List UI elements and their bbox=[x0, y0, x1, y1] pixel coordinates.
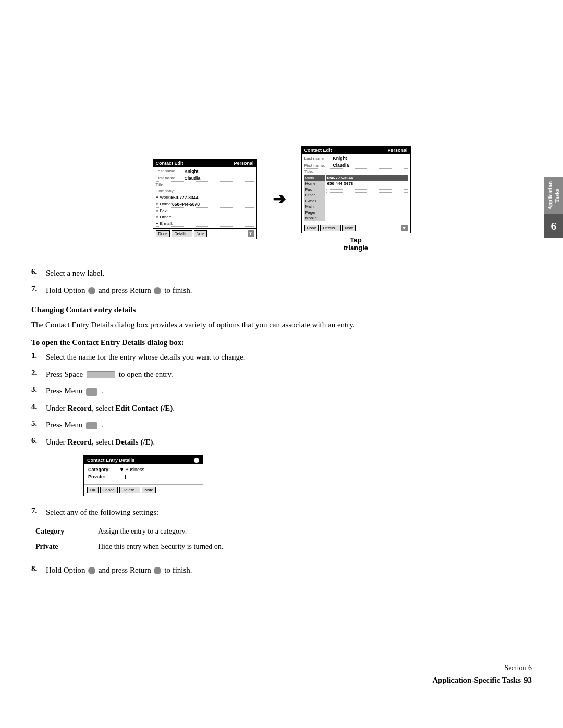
step-8-number: 8. bbox=[31, 564, 41, 576]
tap-label: Tap triangle bbox=[344, 236, 368, 252]
right-first-name-row: First name: Claudia bbox=[304, 162, 408, 169]
step-7-bottom-number: 7. bbox=[31, 507, 41, 519]
scroll-button-left[interactable]: ▼ bbox=[248, 230, 254, 237]
contact-edit-left-body: Last name Knight First name: Claudia Tit… bbox=[153, 167, 256, 228]
category-label: Category: bbox=[88, 467, 119, 472]
last-name-label: Last name bbox=[156, 169, 185, 174]
details-button-right[interactable]: Details... bbox=[320, 225, 340, 231]
contact-edit-right-header: Contact Edit Personal bbox=[302, 146, 410, 154]
step-1: 1. Select the name for the entry whose d… bbox=[31, 351, 532, 363]
footer-section-label: Section 6 bbox=[505, 664, 532, 672]
side-tab-number: 6 bbox=[544, 214, 563, 238]
step-8-text: Hold Option and press Return to finish. bbox=[46, 564, 532, 576]
other-row: Other: bbox=[156, 214, 254, 220]
fax-dropdown: Fax: bbox=[156, 208, 168, 213]
step-7-top: 7. Hold Option and press Return to finis… bbox=[31, 285, 532, 297]
footer-bottom-row: Application-Specific Tasks 93 bbox=[432, 674, 532, 686]
label-work: Work bbox=[304, 175, 325, 181]
right-title-label: Title: bbox=[304, 169, 333, 174]
work-phone-row: Work: 650-777-3344 bbox=[156, 194, 254, 201]
label-pager: Pager bbox=[304, 209, 325, 215]
home-phone-row: Home: 650-444-5678 bbox=[156, 201, 254, 208]
step-6-text: Select a new label. bbox=[46, 267, 532, 279]
step-7-top-text: Hold Option and press Return to finish. bbox=[46, 285, 532, 297]
delete-button[interactable]: Delete... bbox=[119, 487, 140, 493]
step-5-text: Press Menu . bbox=[46, 419, 532, 431]
note-button-details[interactable]: Note bbox=[142, 487, 156, 493]
space-key-icon bbox=[87, 371, 115, 378]
step-7-top-number: 7. bbox=[31, 285, 41, 297]
note-button-right[interactable]: Note bbox=[342, 225, 356, 231]
ok-button[interactable]: OK bbox=[87, 487, 99, 493]
step-5-number: 5. bbox=[31, 419, 41, 431]
label-mobile: Mobile bbox=[304, 215, 325, 221]
cancel-button[interactable]: Cancel bbox=[100, 487, 118, 493]
work-dropdown: Work: bbox=[156, 195, 171, 200]
step-6: 6. Select a new label. bbox=[31, 267, 532, 279]
option-icon-bottom bbox=[88, 567, 95, 574]
footer-section: Section 6 bbox=[432, 662, 532, 674]
settings-private-label: Private bbox=[31, 539, 94, 554]
step-4: 4. Under Record, select Edit Contact (/E… bbox=[31, 402, 532, 414]
details-header: Contact Entry Details i bbox=[84, 456, 203, 464]
step-7-bottom: 7. Select any of the following settings: bbox=[31, 507, 532, 519]
private-row: Private: bbox=[88, 474, 199, 479]
return-icon-bottom bbox=[154, 567, 161, 574]
work-phone-value: 650-777-3344 bbox=[170, 195, 198, 200]
note-button-left[interactable]: Note bbox=[194, 230, 207, 237]
done-button-left[interactable]: Done bbox=[156, 230, 170, 237]
scroll-button-right[interactable]: ▼ bbox=[401, 225, 408, 231]
settings-row-private: Private Hide this entry when Security is… bbox=[31, 539, 432, 554]
done-button-right[interactable]: Done bbox=[304, 225, 319, 231]
details-buttons: OK Cancel Delete... Note bbox=[84, 484, 203, 496]
company-label: Company: bbox=[156, 189, 185, 193]
side-tab: Application Tasks 6 bbox=[544, 177, 563, 238]
contact-edit-left-title: Contact Edit bbox=[156, 161, 183, 166]
step-6-middle-text: Under Record, select Details (/E). bbox=[46, 436, 532, 448]
label-home: Home bbox=[304, 181, 325, 187]
category-row: Category: ▼ Business bbox=[88, 467, 199, 472]
details-title: Contact Entry Details bbox=[87, 458, 134, 463]
right-labels-panel: Work Home Fax Other E-mail Main Pager Mo… bbox=[304, 175, 408, 221]
private-checkbox[interactable] bbox=[121, 475, 126, 479]
home-dropdown: Home: bbox=[156, 202, 173, 206]
step-3-text: Press Menu . bbox=[46, 385, 532, 397]
details-body: Category: ▼ Business Private: bbox=[84, 464, 203, 484]
step-4-text: Under Record, select Edit Contact (/E). bbox=[46, 402, 532, 414]
menu-icon-1 bbox=[86, 388, 97, 396]
sub-heading: To open the Contact Entry Details dialog… bbox=[31, 338, 532, 347]
option-icon-top bbox=[88, 287, 95, 294]
step-6-number: 6. bbox=[31, 267, 41, 279]
settings-category-label: Category bbox=[31, 524, 94, 539]
home-phone-value: 650-444-5678 bbox=[172, 202, 200, 207]
contact-edit-left-personal: Personal bbox=[234, 161, 253, 166]
step-2-text: Press Space to open the entry. bbox=[46, 368, 532, 380]
right-first-name-label: First name: bbox=[304, 163, 333, 168]
title-label: Title: bbox=[156, 182, 185, 187]
menu-icon-2 bbox=[86, 422, 97, 429]
contact-edit-right-title: Contact Edit bbox=[304, 147, 332, 153]
label-main: Main bbox=[304, 204, 325, 209]
arrow-right: ➔ bbox=[273, 190, 286, 208]
triangle-word: triangle bbox=[344, 244, 368, 252]
settings-category-desc: Assign the entry to a category. bbox=[94, 524, 432, 539]
home-phone-right: 650-444-5678 bbox=[326, 181, 408, 187]
contact-edit-right-body: Last name Knight First name: Claudia Tit… bbox=[302, 154, 410, 223]
mobile-right bbox=[326, 194, 408, 195]
contact-right-buttons: Done Details... Note ▼ bbox=[302, 223, 410, 233]
last-name-row: Last name Knight bbox=[156, 168, 254, 175]
return-icon-top bbox=[154, 287, 161, 294]
email-row: E-mail: bbox=[156, 220, 254, 227]
step-3: 3. Press Menu . bbox=[31, 385, 532, 397]
label-other: Other bbox=[304, 192, 325, 198]
footer-page-number: 93 bbox=[524, 674, 532, 686]
details-button-left[interactable]: Details... bbox=[172, 230, 192, 237]
settings-private-desc: Hide this entry when Security is turned … bbox=[94, 539, 432, 554]
settings-table: Category Assign the entry to a category.… bbox=[31, 524, 432, 554]
right-box-container: Contact Edit Personal Last name Knight F… bbox=[301, 146, 411, 252]
contact-left-buttons: Done Details... Note ▼ bbox=[153, 228, 256, 239]
step-1-number: 1. bbox=[31, 351, 41, 363]
right-last-name-value: Knight bbox=[333, 156, 347, 161]
company-row: Company: bbox=[156, 188, 254, 194]
other-dropdown: Other: bbox=[156, 215, 172, 219]
